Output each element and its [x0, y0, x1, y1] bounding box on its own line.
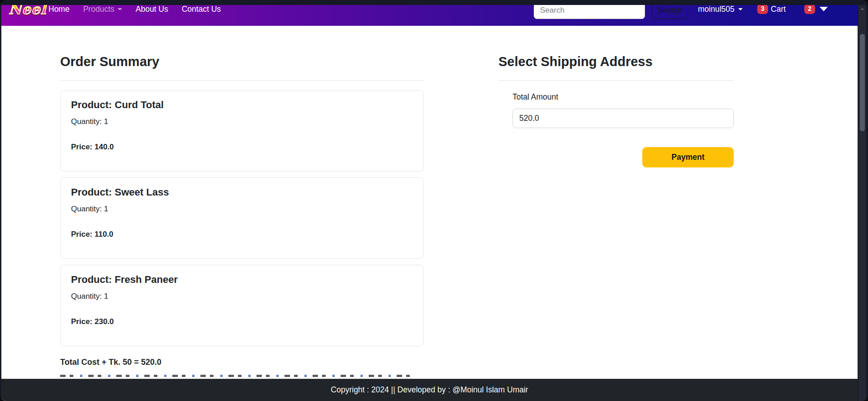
chevron-down-icon — [820, 7, 828, 11]
shipping-form: Total Amount Payment — [498, 92, 734, 167]
shipping-section: Select Shipping Address Total Amount Pay… — [498, 54, 734, 167]
nav-link-about[interactable]: About Us — [136, 5, 168, 14]
cart-count-badge: 3 — [757, 4, 768, 14]
footer-copyright-text: Copyright : 2024 || Developed by : @Moin… — [331, 385, 528, 395]
order-item-card: Product: Curd Total Quantity: 1 Price: 1… — [60, 90, 424, 172]
cart-label: Cart — [771, 5, 786, 14]
chevron-down-icon — [738, 8, 743, 10]
scrollbar: ⌃ — [859, 5, 866, 401]
product-price: Price: 110.0 — [71, 230, 413, 239]
username-label: moinul505 — [698, 5, 735, 14]
total-amount-input[interactable] — [512, 109, 734, 128]
divider — [60, 80, 424, 81]
footer: Copyright : 2024 || Developed by : @Moin… — [1, 379, 858, 401]
navbar: Neel Home Products About Us Contact Us S… — [1, 5, 858, 26]
order-summary-section: Order Summary Product: Curd Total Quanti… — [60, 54, 424, 377]
payment-row: Payment — [512, 147, 734, 167]
total-cost-line: Total Cost + Tk. 50 = 520.0 — [60, 358, 424, 367]
window-chrome-top — [0, 0, 868, 5]
clipped-text-line — [60, 375, 411, 377]
product-quantity: Quantity: 1 — [71, 117, 413, 126]
notification-count-badge: 2 — [804, 4, 815, 14]
order-item-card: Product: Sweet Lass Quantity: 1 Price: 1… — [60, 177, 424, 259]
product-name: Product: Sweet Lass — [71, 186, 413, 198]
scrollbar-up-arrow[interactable]: ⌃ — [859, 8, 865, 14]
product-quantity: Quantity: 1 — [71, 292, 413, 301]
chevron-down-icon — [118, 8, 122, 10]
product-price: Price: 230.0 — [71, 317, 413, 326]
order-summary-title: Order Summary — [60, 54, 424, 69]
scrollbar-thumb[interactable] — [860, 34, 865, 131]
product-name: Product: Curd Total — [71, 99, 413, 111]
shipping-title: Select Shipping Address — [498, 54, 734, 69]
browser-window: Neel Home Products About Us Contact Us S… — [0, 0, 868, 401]
nav-link-products[interactable]: Products — [83, 5, 122, 14]
nav-link-home[interactable]: Home — [48, 5, 70, 14]
nav-link-products-label: Products — [83, 5, 114, 14]
divider — [498, 80, 734, 81]
product-quantity: Quantity: 1 — [71, 205, 413, 214]
page: Neel Home Products About Us Contact Us S… — [1, 5, 858, 401]
total-amount-label: Total Amount — [512, 92, 734, 102]
order-item-card: Product: Fresh Paneer Quantity: 1 Price:… — [60, 265, 424, 346]
product-price: Price: 140.0 — [71, 143, 413, 152]
payment-button[interactable]: Payment — [642, 147, 734, 167]
nav-link-contact[interactable]: Contact Us — [182, 5, 221, 14]
product-name: Product: Fresh Paneer — [71, 274, 413, 286]
order-item-list: Product: Curd Total Quantity: 1 Price: 1… — [60, 90, 424, 346]
